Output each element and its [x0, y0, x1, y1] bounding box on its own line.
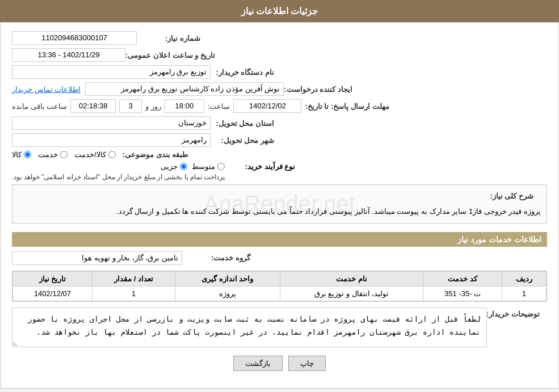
response-deadline-row: مهلت ارسال پاسخ: تا تاریخ: 1402/12/02 سا… [12, 99, 547, 113]
city-value: رامهرمز [12, 133, 211, 147]
cell-service-code: ت -35- 351 [423, 286, 502, 301]
services-section-title: اطلاعات خدمات مورد نیاز [12, 232, 547, 247]
table-row: 1 ت -35- 351 تولید، انتقال و توزیع برق پ… [13, 286, 547, 301]
purchase-type-row-1: متوسط جزیی [12, 162, 225, 171]
category-label-3: کالا/خدمت [74, 150, 106, 159]
cell-unit: پروژه [175, 286, 280, 301]
need-number-value: 1102094683000107 [12, 31, 137, 45]
city-label: شهر محل تحویل: [211, 136, 279, 145]
response-deadline-label: مهلت ارسال پاسخ: تا تاریخ: [305, 102, 393, 111]
buyer-description-label: توضیحات خریدار: [493, 310, 544, 318]
response-days-label: روز و [145, 102, 161, 111]
print-button[interactable]: چاپ [288, 356, 326, 371]
page-wrapper: جزئیات اطلاعات نیاز شماره نیاز: 11020946… [0, 0, 559, 389]
purchase-type-label: نوع فرآیند خرید: [232, 162, 300, 171]
page-title: جزئیات اطلاعات نیاز [241, 6, 318, 16]
announcement-date-label: تاریخ و ساعت اعلان عمومی: [125, 51, 220, 60]
purchase-type-note: پرداخت تمام یا بخشی از مبلغ خریدار از مح… [12, 173, 225, 181]
cell-service-name: تولید، انتقال و توزیع برق [280, 286, 423, 301]
service-group-row: گروه خدمت: تامین برق، گاز، بخار و تهویه … [12, 251, 547, 265]
need-number-label: شماره نیاز: [137, 34, 205, 43]
services-table-container: ردیف کد خدمت نام خدمت واحد اندازه گیری ت… [12, 271, 547, 302]
category-radio-2[interactable] [60, 151, 68, 158]
category-option-2[interactable]: خدمت [38, 150, 68, 159]
service-group-value: تامین برق، گاز، بخار و تهویه هوا [12, 251, 182, 265]
announcement-date-row: تاریخ و ساعت اعلان عمومی: 1402/11/29 - 1… [12, 48, 547, 62]
province-label: استان محل تحویل: [211, 119, 279, 128]
content-area: شماره نیاز: 1102094683000107 تاریخ و ساع… [0, 22, 559, 389]
need-description-box: AnaRender.net شرح کلی نیاز: پروژه فیدر خ… [12, 184, 547, 224]
response-remaining-value: 02:18:38 [70, 99, 116, 113]
col-service-code: کد خدمت [423, 271, 502, 286]
cell-quantity: 1 [92, 286, 175, 301]
back-button[interactable]: بازگشت [233, 356, 283, 371]
purchase-type-medium[interactable]: متوسط [192, 162, 225, 171]
purchase-label-partial: جزیی [161, 162, 178, 171]
province-value: خوزستان [12, 116, 211, 130]
services-table: ردیف کد خدمت نام خدمت واحد اندازه گیری ت… [12, 271, 547, 301]
purchase-type-row: نوع فرآیند خرید: متوسط جزیی پرداخت تمام … [12, 162, 547, 181]
purchase-label-medium: متوسط [192, 162, 215, 171]
col-unit: واحد اندازه گیری [175, 271, 280, 286]
col-date: تاریخ نیاز [13, 271, 93, 286]
province-row: استان محل تحویل: خوزستان [12, 116, 547, 130]
purchase-type-partial[interactable]: جزیی [161, 162, 187, 171]
response-days-value: 3 [119, 99, 142, 113]
category-radio-3[interactable] [108, 151, 116, 158]
cell-row-number: 1 [502, 286, 546, 301]
response-remaining-label: ساعت باقی مانده [12, 102, 67, 111]
category-label-2: خدمت [38, 150, 58, 159]
col-service-name: نام خدمت [280, 271, 423, 286]
response-time-value: 18:00 [165, 99, 204, 113]
city-row: شهر محل تحویل: رامهرمز [12, 133, 547, 147]
response-date-part: 1402/12/02 [233, 99, 301, 113]
description-text: پروژه فیدر خروجی فاز1 سایر مدارک به پیوس… [116, 207, 541, 216]
col-row-number: ردیف [502, 271, 546, 286]
col-quantity: تعداد / مقدار [92, 271, 175, 286]
response-date-value: 1402/12/02 [233, 99, 301, 113]
creator-contact-link[interactable]: اطلاعات تماس خریدار [12, 85, 81, 94]
cell-date: 1402/12/07 [13, 286, 93, 301]
description-label: شرح کلی نیاز: [18, 189, 538, 203]
category-option-3[interactable]: کالا/خدمت [74, 150, 116, 159]
purchase-radio-partial[interactable] [180, 163, 187, 170]
creator-label: ایجاد کننده درخواست: [284, 85, 357, 94]
buyer-description-textarea[interactable] [12, 307, 487, 347]
purchase-type-options: متوسط جزیی پرداخت تمام یا بخشی از مبلغ خ… [12, 162, 225, 181]
category-radio-1[interactable] [24, 151, 31, 158]
page-header: جزئیات اطلاعات نیاز [0, 0, 559, 22]
purchase-radio-medium[interactable] [217, 163, 225, 170]
announcement-date-value: 1402/11/29 - 13:36 [12, 48, 125, 62]
buyer-station-value: توزیع برق رامهرمز [12, 65, 211, 79]
creator-value: نوش آفرین مؤذن زاده کارشناس توزیع برق را… [85, 82, 284, 96]
need-number-row: شماره نیاز: 1102094683000107 [12, 31, 547, 45]
category-option-1[interactable]: کالا [12, 150, 31, 159]
buyer-description-row: توضیحات خریدار: [12, 307, 547, 347]
category-row: طبقه بندی موضوعی: کالا/خدمت خدمت کالا [12, 150, 547, 159]
service-group-label: گروه خدمت: [187, 254, 255, 262]
category-label: طبقه بندی موضوعی: [123, 150, 193, 159]
buttons-row: چاپ بازگشت [12, 356, 547, 380]
buyer-station-label: نام دستگاه خریدار: [211, 68, 279, 77]
buyer-station-row: نام دستگاه خریدار: توزیع برق رامهرمز [12, 65, 547, 79]
category-label-1: کالا [12, 150, 22, 159]
creator-row: ایجاد کننده درخواست: نوش آفرین مؤذن زاده… [12, 82, 547, 96]
response-time-label: ساعت: [208, 102, 230, 111]
